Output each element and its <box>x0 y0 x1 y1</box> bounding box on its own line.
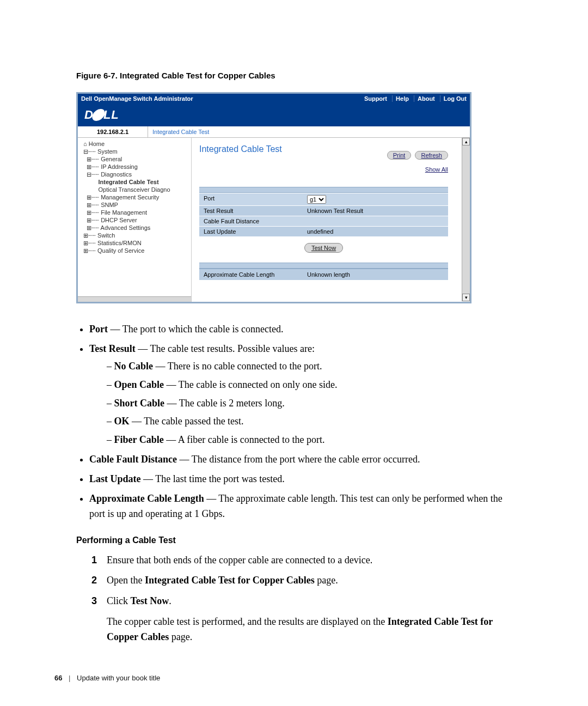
list-item: No Cable — There is no cable connected t… <box>107 359 518 374</box>
main-vscrollbar[interactable]: ▴ ▾ <box>462 138 470 301</box>
breadcrumb[interactable]: Integrated Cable Test <box>148 126 213 137</box>
link-support[interactable]: Support <box>364 95 387 102</box>
page-number: 66 <box>54 674 62 682</box>
approx-label: Approximate Cable Length <box>204 271 307 278</box>
step-text: Ensure that both ends of the copper cabl… <box>107 553 518 568</box>
dell-logo: DLL <box>84 108 119 122</box>
nav-tree[interactable]: ⌂ Home⊟┈┈ System ⊞┈┈ General ⊞┈┈ IP Addr… <box>78 138 192 303</box>
tree-item[interactable]: ⊞┈┈ General <box>83 155 188 163</box>
action-buttons: Print Refresh Show All <box>385 151 448 173</box>
tree-item[interactable]: ⊞┈┈ Advanced Settings <box>83 224 188 232</box>
figure-caption: Figure 6-7. Integrated Cable Test for Co… <box>76 71 534 80</box>
app-title: Dell OpenManage Switch Administrator <box>81 94 193 104</box>
scroll-down-icon[interactable]: ▾ <box>462 294 470 301</box>
step-number: 1 <box>91 553 107 568</box>
row-value: undefined <box>307 228 333 235</box>
tree-item[interactable]: Optical Transceiver Diagno <box>83 186 188 193</box>
page-footer: 66 | Update with your book title <box>54 674 534 682</box>
tree-item[interactable]: ⊟┈┈ System <box>83 148 188 155</box>
tree-item[interactable]: ⊞┈┈ IP Addressing <box>83 163 188 171</box>
book-title: Update with your book title <box>77 674 160 682</box>
row-label: Port <box>204 195 307 204</box>
scroll-up-icon[interactable]: ▴ <box>462 138 470 145</box>
list-item: Test Result — The cable test results. Po… <box>89 342 518 448</box>
tree-item[interactable]: Integrated Cable Test <box>83 178 188 186</box>
table-header-bar <box>199 187 448 193</box>
table-row: Last Updateundefined <box>199 226 448 236</box>
procedure-steps: 1Ensure that both ends of the copper cab… <box>76 553 518 645</box>
row-label: Last Update <box>204 228 307 235</box>
table-row: Test ResultUnknown Test Result <box>199 205 448 216</box>
tree-item[interactable]: ⊞┈┈ SNMP <box>83 201 188 209</box>
step-number: 3 <box>91 594 107 609</box>
window-titlebar: Dell OpenManage Switch Administrator Sup… <box>78 94 470 104</box>
results-table: Portg1Test ResultUnknown Test ResultCabl… <box>199 193 448 236</box>
tree-item[interactable]: ⌂ Home <box>83 140 188 148</box>
show-all-link[interactable]: Show All <box>425 166 448 173</box>
step: 2Open the Integrated Cable Test for Copp… <box>91 573 518 588</box>
list-item: OK — The cable passed the test. <box>107 414 518 429</box>
step-text: The copper cable test is performed, and … <box>107 614 518 645</box>
step: 3Click Test Now. <box>91 594 518 609</box>
tree-item[interactable]: ⊞┈┈ Switch <box>83 232 188 239</box>
main-panel: Integrated Cable Test Print Refresh Show… <box>192 138 470 301</box>
tree-item[interactable]: ⊞┈┈ DHCP Server <box>83 216 188 224</box>
approx-row: Approximate Cable Length Unknown length <box>199 269 448 280</box>
list-item: Approximate Cable Length — The approxima… <box>89 491 518 522</box>
breadcrumb-row: 192.168.2.1 Integrated Cable Test <box>78 126 470 138</box>
table-row: Portg1 <box>199 193 448 205</box>
print-button[interactable]: Print <box>387 151 412 160</box>
link-about[interactable]: About <box>414 95 435 102</box>
field-descriptions-list: Port — The port to which the cable is co… <box>76 322 518 522</box>
logo-bar: DLL <box>78 104 470 126</box>
app-screenshot: Dell OpenManage Switch Administrator Sup… <box>76 92 471 303</box>
tree-item[interactable]: ⊞┈┈ File Management <box>83 209 188 216</box>
tree-item[interactable]: ⊞┈┈ Management Security <box>83 193 188 201</box>
row-label: Cable Fault Distance <box>204 218 307 224</box>
tree-item[interactable]: ⊞┈┈ Quality of Service <box>83 247 188 254</box>
table-row: Cable Fault Distance <box>199 216 448 226</box>
link-logout[interactable]: Log Out <box>440 95 467 102</box>
row-value: Unknown Test Result <box>307 208 363 214</box>
table-header-bar2 <box>199 263 448 269</box>
list-item: Open Cable — The cable is connected on o… <box>107 378 518 393</box>
approx-value: Unknown length <box>307 271 350 278</box>
list-item: Port — The port to which the cable is co… <box>89 322 518 337</box>
list-item: Short Cable — The cable is 2 meters long… <box>107 396 518 411</box>
list-item: Last Update — The last time the port was… <box>89 472 518 487</box>
list-item: Fiber Cable — A fiber cable is connected… <box>107 433 518 448</box>
step-text: Click Test Now. <box>107 594 518 609</box>
list-item: Cable Fault Distance — The distance from… <box>89 452 518 467</box>
section-heading: Performing a Cable Test <box>76 534 518 547</box>
device-ip: 192.168.2.1 <box>78 126 148 137</box>
step: 1Ensure that both ends of the copper cab… <box>91 553 518 568</box>
step-number: 2 <box>91 573 107 588</box>
step-text: Open the Integrated Cable Test for Coppe… <box>107 573 518 588</box>
step-continuation: The copper cable test is performed, and … <box>91 614 518 645</box>
row-label: Test Result <box>204 208 307 214</box>
link-help[interactable]: Help <box>392 95 409 102</box>
port-select[interactable]: g1 <box>307 195 326 204</box>
tree-hscrollbar[interactable]: ◂ ▸ <box>78 296 191 303</box>
tree-item[interactable]: ⊟┈┈ Diagnostics <box>83 171 188 178</box>
tree-item[interactable]: ⊞┈┈ Statistics/RMON <box>83 239 188 247</box>
header-links: Support Help About Log Out <box>361 94 467 104</box>
test-now-button[interactable]: Test Now <box>304 243 343 253</box>
refresh-button[interactable]: Refresh <box>415 151 448 160</box>
